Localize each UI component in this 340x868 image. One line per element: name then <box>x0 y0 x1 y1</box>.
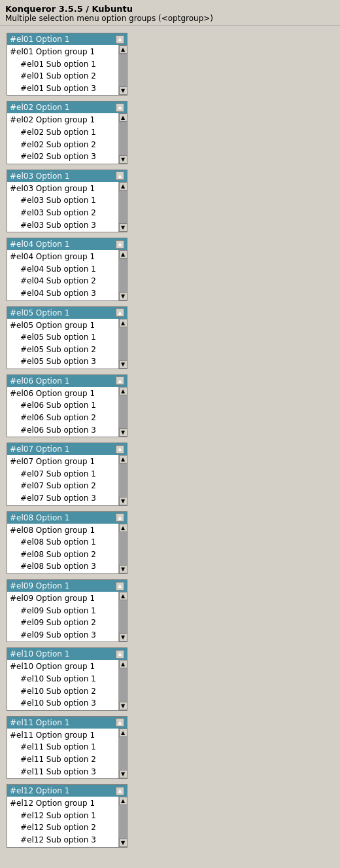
select-list-el09[interactable]: #el09 Option group 1#el09 Sub option 1#e… <box>7 592 118 642</box>
select-item-el04-2[interactable]: #el04 Sub option 2 <box>7 275 118 287</box>
select-item-el02-3[interactable]: #el02 Sub option 3 <box>7 151 118 163</box>
select-item-el03-2[interactable]: #el03 Sub option 2 <box>7 207 118 219</box>
scroll-up-el01[interactable]: ▲ <box>119 45 128 54</box>
select-item-el07-3[interactable]: #el07 Sub option 3 <box>7 492 118 505</box>
select-item-el06-3[interactable]: #el06 Sub option 3 <box>7 424 118 437</box>
select-header-scroll-el05[interactable]: ▲ <box>116 308 124 317</box>
select-el06[interactable]: #el06 Option 1▲#el06 Option group 1#el06… <box>7 374 128 437</box>
select-header-scroll-el12[interactable]: ▲ <box>116 787 124 795</box>
scroll-down-el01[interactable]: ▼ <box>119 86 128 95</box>
scroll-up-el03[interactable]: ▲ <box>119 182 128 190</box>
select-header-scroll-el02[interactable]: ▲ <box>116 103 124 112</box>
scrollbar-el02[interactable]: ▲▼ <box>118 113 127 163</box>
scroll-up-el08[interactable]: ▲ <box>119 524 128 532</box>
select-el01[interactable]: #el01 Option 1▲#el01 Option group 1#el01… <box>7 33 128 96</box>
select-item-el11-3[interactable]: #el11 Sub option 3 <box>7 766 118 778</box>
scroll-up-el10[interactable]: ▲ <box>119 660 128 668</box>
scrollbar-el12[interactable]: ▲▼ <box>118 797 127 846</box>
select-el10[interactable]: #el10 Option 1▲#el10 Option group 1#el10… <box>7 647 128 710</box>
scroll-down-el02[interactable]: ▼ <box>119 155 128 164</box>
select-list-el03[interactable]: #el03 Option group 1#el03 Sub option 1#e… <box>7 182 118 232</box>
select-header-scroll-el11[interactable]: ▲ <box>116 718 124 727</box>
select-list-el08[interactable]: #el08 Option group 1#el08 Sub option 1#e… <box>7 524 118 573</box>
select-item-el11-1[interactable]: #el11 Sub option 1 <box>7 741 118 753</box>
scrollbar-el05[interactable]: ▲▼ <box>118 319 127 369</box>
select-item-el12-1[interactable]: #el12 Sub option 1 <box>7 810 118 822</box>
select-item-el08-3[interactable]: #el08 Sub option 3 <box>7 560 118 573</box>
select-item-el08-0[interactable]: #el08 Option group 1 <box>7 524 118 537</box>
scroll-down-el09[interactable]: ▼ <box>119 633 128 642</box>
select-item-el02-1[interactable]: #el02 Sub option 1 <box>7 126 118 139</box>
select-list-el11[interactable]: #el11 Option group 1#el11 Sub option 1#e… <box>7 729 118 778</box>
scroll-up-el07[interactable]: ▲ <box>119 455 128 463</box>
scrollbar-el07[interactable]: ▲▼ <box>118 455 127 505</box>
select-item-el04-0[interactable]: #el04 Option group 1 <box>7 251 118 263</box>
select-list-el06[interactable]: #el06 Option group 1#el06 Sub option 1#e… <box>7 387 118 437</box>
select-item-el06-1[interactable]: #el06 Sub option 1 <box>7 399 118 412</box>
scrollbar-el06[interactable]: ▲▼ <box>118 387 127 437</box>
select-list-el05[interactable]: #el05 Option group 1#el05 Sub option 1#e… <box>7 319 118 369</box>
select-el08[interactable]: #el08 Option 1▲#el08 Option group 1#el08… <box>7 511 128 574</box>
select-item-el10-3[interactable]: #el10 Sub option 3 <box>7 697 118 710</box>
select-el09[interactable]: #el09 Option 1▲#el09 Option group 1#el09… <box>7 579 128 642</box>
select-item-el08-1[interactable]: #el08 Sub option 1 <box>7 536 118 549</box>
select-item-el08-2[interactable]: #el08 Sub option 2 <box>7 549 118 561</box>
select-item-el10-1[interactable]: #el10 Sub option 1 <box>7 673 118 685</box>
scrollbar-el10[interactable]: ▲▼ <box>118 660 127 710</box>
select-header-scroll-el01[interactable]: ▲ <box>116 35 124 44</box>
select-item-el07-2[interactable]: #el07 Sub option 2 <box>7 480 118 492</box>
scroll-down-el11[interactable]: ▼ <box>119 770 128 778</box>
select-item-el01-1[interactable]: #el01 Sub option 1 <box>7 58 118 71</box>
select-item-el04-1[interactable]: #el04 Sub option 1 <box>7 263 118 276</box>
select-list-el07[interactable]: #el07 Option group 1#el07 Sub option 1#e… <box>7 455 118 505</box>
select-el07[interactable]: #el07 Option 1▲#el07 Option group 1#el07… <box>7 443 128 505</box>
select-header-scroll-el08[interactable]: ▲ <box>116 513 124 522</box>
scroll-up-el04[interactable]: ▲ <box>119 250 128 259</box>
select-item-el02-0[interactable]: #el02 Option group 1 <box>7 114 118 126</box>
scroll-down-el05[interactable]: ▼ <box>119 360 128 369</box>
scroll-down-el03[interactable]: ▼ <box>119 223 128 232</box>
select-item-el09-3[interactable]: #el09 Sub option 3 <box>7 629 118 642</box>
scroll-down-el06[interactable]: ▼ <box>119 428 128 437</box>
select-header-scroll-el07[interactable]: ▲ <box>116 445 124 454</box>
select-list-el12[interactable]: #el12 Option group 1#el12 Sub option 1#e… <box>7 797 118 846</box>
select-el11[interactable]: #el11 Option 1▲#el11 Option group 1#el11… <box>7 716 128 779</box>
scroll-down-el12[interactable]: ▼ <box>119 839 128 847</box>
select-list-el04[interactable]: #el04 Option group 1#el04 Sub option 1#e… <box>7 250 118 300</box>
select-item-el01-0[interactable]: #el01 Option group 1 <box>7 46 118 58</box>
select-item-el01-2[interactable]: #el01 Sub option 2 <box>7 70 118 82</box>
scroll-up-el05[interactable]: ▲ <box>119 319 128 327</box>
select-item-el12-2[interactable]: #el12 Sub option 2 <box>7 822 118 834</box>
select-item-el03-0[interactable]: #el03 Option group 1 <box>7 183 118 195</box>
select-el03[interactable]: #el03 Option 1▲#el03 Option group 1#el03… <box>7 170 128 232</box>
select-item-el05-3[interactable]: #el05 Sub option 3 <box>7 355 118 368</box>
select-item-el03-3[interactable]: #el03 Sub option 3 <box>7 219 118 232</box>
select-list-el01[interactable]: #el01 Option group 1#el01 Sub option 1#e… <box>7 45 118 95</box>
scroll-up-el09[interactable]: ▲ <box>119 592 128 600</box>
select-item-el09-1[interactable]: #el09 Sub option 1 <box>7 605 118 617</box>
select-header-scroll-el06[interactable]: ▲ <box>116 376 124 385</box>
scroll-down-el07[interactable]: ▼ <box>119 497 128 505</box>
select-item-el07-0[interactable]: #el07 Option group 1 <box>7 456 118 468</box>
scrollbar-el08[interactable]: ▲▼ <box>118 524 127 573</box>
select-item-el09-0[interactable]: #el09 Option group 1 <box>7 592 118 605</box>
select-item-el06-0[interactable]: #el06 Option group 1 <box>7 388 118 400</box>
scroll-up-el11[interactable]: ▲ <box>119 729 128 737</box>
select-header-scroll-el09[interactable]: ▲ <box>116 582 124 590</box>
select-header-scroll-el10[interactable]: ▲ <box>116 650 124 659</box>
scroll-down-el04[interactable]: ▼ <box>119 292 128 300</box>
scrollbar-el01[interactable]: ▲▼ <box>118 45 127 95</box>
select-item-el05-2[interactable]: #el05 Sub option 2 <box>7 344 118 356</box>
select-el04[interactable]: #el04 Option 1▲#el04 Option group 1#el04… <box>7 238 128 300</box>
select-item-el12-0[interactable]: #el12 Option group 1 <box>7 797 118 810</box>
select-item-el06-2[interactable]: #el06 Sub option 2 <box>7 412 118 424</box>
scrollbar-el04[interactable]: ▲▼ <box>118 250 127 300</box>
select-el05[interactable]: #el05 Option 1▲#el05 Option group 1#el05… <box>7 306 128 369</box>
select-list-el02[interactable]: #el02 Option group 1#el02 Sub option 1#e… <box>7 113 118 163</box>
select-item-el02-2[interactable]: #el02 Sub option 2 <box>7 139 118 151</box>
scroll-up-el02[interactable]: ▲ <box>119 113 128 122</box>
select-item-el07-1[interactable]: #el07 Sub option 1 <box>7 468 118 480</box>
select-header-scroll-el03[interactable]: ▲ <box>116 172 124 180</box>
select-item-el11-2[interactable]: #el11 Sub option 2 <box>7 753 118 766</box>
select-item-el05-1[interactable]: #el05 Sub option 1 <box>7 331 118 344</box>
